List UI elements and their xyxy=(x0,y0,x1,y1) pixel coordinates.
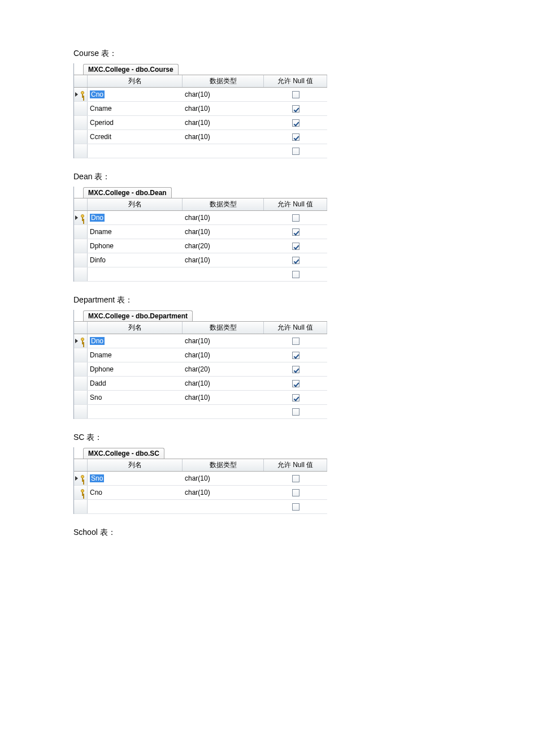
header-data-type[interactable]: 数据类型 xyxy=(183,322,264,334)
table-tab[interactable]: MXC.College - dbo.Course xyxy=(83,64,179,75)
column-name-cell[interactable]: Cperiod xyxy=(88,118,183,128)
allow-null-checkbox[interactable] xyxy=(292,119,299,127)
table-row-empty[interactable] xyxy=(74,500,327,514)
column-name-cell[interactable]: Dno xyxy=(88,336,183,346)
allow-null-cell[interactable] xyxy=(264,103,327,114)
data-type-cell[interactable]: char(10) xyxy=(183,89,264,100)
allow-null-cell[interactable] xyxy=(264,132,327,142)
row-gutter[interactable] xyxy=(74,377,88,390)
row-gutter[interactable] xyxy=(74,362,88,376)
allow-null-checkbox[interactable] xyxy=(292,338,299,345)
column-name-cell[interactable]: Sno xyxy=(88,473,183,483)
allow-null-cell[interactable] xyxy=(264,407,327,417)
data-type-cell[interactable] xyxy=(183,273,264,275)
row-gutter[interactable] xyxy=(74,253,88,267)
table-row[interactable]: Dnamechar(10) xyxy=(74,348,327,362)
data-type-cell[interactable]: char(10) xyxy=(183,118,264,128)
allow-null-cell[interactable] xyxy=(264,227,327,237)
allow-null-cell[interactable] xyxy=(264,378,327,388)
data-type-cell[interactable]: char(20) xyxy=(183,241,264,251)
allow-null-checkbox[interactable] xyxy=(292,503,299,511)
data-type-cell[interactable]: char(10) xyxy=(183,132,264,142)
column-name-cell[interactable]: Dphone xyxy=(88,364,183,374)
row-gutter[interactable] xyxy=(74,486,88,499)
allow-null-cell[interactable] xyxy=(264,118,327,128)
column-name-cell[interactable] xyxy=(88,506,183,508)
table-row[interactable]: Cperiodchar(10) xyxy=(74,116,327,130)
table-row[interactable]: Snochar(10) xyxy=(74,391,327,405)
allow-null-checkbox[interactable] xyxy=(292,352,299,359)
allow-null-checkbox[interactable] xyxy=(292,475,299,482)
column-name-cell[interactable]: Sno xyxy=(88,392,183,403)
allow-null-checkbox[interactable] xyxy=(292,366,299,373)
data-type-cell[interactable]: char(10) xyxy=(183,487,264,498)
data-type-cell[interactable] xyxy=(183,411,264,413)
table-row[interactable]: Dnamechar(10) xyxy=(74,225,327,239)
allow-null-checkbox[interactable] xyxy=(292,408,299,416)
row-gutter[interactable] xyxy=(74,391,88,404)
header-allow-null[interactable]: 允许 Null 值 xyxy=(264,459,327,471)
table-row[interactable]: Dinfochar(10) xyxy=(74,253,327,267)
data-type-cell[interactable]: char(10) xyxy=(183,227,264,237)
table-row[interactable]: Cnamechar(10) xyxy=(74,102,327,116)
row-gutter[interactable] xyxy=(74,88,88,101)
table-row-empty[interactable] xyxy=(74,144,327,158)
header-col-name[interactable]: 列名 xyxy=(88,322,183,334)
data-type-cell[interactable]: char(20) xyxy=(183,364,264,374)
data-type-cell[interactable]: char(10) xyxy=(183,473,264,483)
table-row-empty[interactable] xyxy=(74,267,327,282)
column-name-cell[interactable] xyxy=(88,150,183,152)
data-type-cell[interactable]: char(10) xyxy=(183,378,264,388)
column-name-cell[interactable] xyxy=(88,273,183,275)
data-type-cell[interactable]: char(10) xyxy=(183,103,264,114)
allow-null-checkbox[interactable] xyxy=(292,257,299,264)
row-gutter[interactable] xyxy=(74,144,88,158)
allow-null-cell[interactable] xyxy=(264,502,327,512)
row-gutter[interactable] xyxy=(74,472,88,485)
allow-null-cell[interactable] xyxy=(264,350,327,360)
allow-null-cell[interactable] xyxy=(264,241,327,251)
column-name-cell[interactable]: Dphone xyxy=(88,241,183,251)
row-gutter[interactable] xyxy=(74,211,88,224)
row-gutter[interactable] xyxy=(74,405,88,418)
column-name-cell[interactable]: Dname xyxy=(88,227,183,237)
data-type-cell[interactable] xyxy=(183,506,264,508)
allow-null-checkbox[interactable] xyxy=(292,148,299,155)
allow-null-cell[interactable] xyxy=(264,473,327,483)
header-data-type[interactable]: 数据类型 xyxy=(183,75,264,87)
allow-null-checkbox[interactable] xyxy=(292,380,299,387)
row-gutter[interactable] xyxy=(74,334,88,348)
table-row[interactable]: Ccreditchar(10) xyxy=(74,130,327,144)
data-type-cell[interactable]: char(10) xyxy=(183,350,264,360)
column-name-cell[interactable]: Dname xyxy=(88,350,183,360)
allow-null-checkbox[interactable] xyxy=(292,214,299,222)
allow-null-checkbox[interactable] xyxy=(292,243,299,250)
allow-null-checkbox[interactable] xyxy=(292,133,299,141)
column-name-cell[interactable] xyxy=(88,411,183,413)
row-gutter[interactable] xyxy=(74,348,88,362)
row-gutter[interactable] xyxy=(74,225,88,239)
allow-null-cell[interactable] xyxy=(264,364,327,374)
allow-null-cell[interactable] xyxy=(264,89,327,100)
row-gutter[interactable] xyxy=(74,102,88,115)
allow-null-cell[interactable] xyxy=(264,146,327,156)
allow-null-cell[interactable] xyxy=(264,213,327,223)
header-allow-null[interactable]: 允许 Null 值 xyxy=(264,75,327,87)
table-row[interactable]: Dphonechar(20) xyxy=(74,362,327,377)
allow-null-cell[interactable] xyxy=(264,269,327,279)
column-name-cell[interactable]: Ccredit xyxy=(88,132,183,142)
table-row[interactable]: Dnochar(10) xyxy=(74,211,327,225)
table-tab[interactable]: MXC.College - dbo.SC xyxy=(83,448,164,459)
allow-null-checkbox[interactable] xyxy=(292,489,299,496)
data-type-cell[interactable] xyxy=(183,150,264,152)
table-row[interactable]: Daddchar(10) xyxy=(74,377,327,391)
allow-null-cell[interactable] xyxy=(264,487,327,498)
header-col-name[interactable]: 列名 xyxy=(88,459,183,471)
allow-null-checkbox[interactable] xyxy=(292,105,299,113)
table-row[interactable]: Dnochar(10) xyxy=(74,334,327,348)
allow-null-cell[interactable] xyxy=(264,336,327,346)
allow-null-checkbox[interactable] xyxy=(292,228,299,236)
header-data-type[interactable]: 数据类型 xyxy=(183,198,264,210)
data-type-cell[interactable]: char(10) xyxy=(183,336,264,346)
data-type-cell[interactable]: char(10) xyxy=(183,392,264,403)
